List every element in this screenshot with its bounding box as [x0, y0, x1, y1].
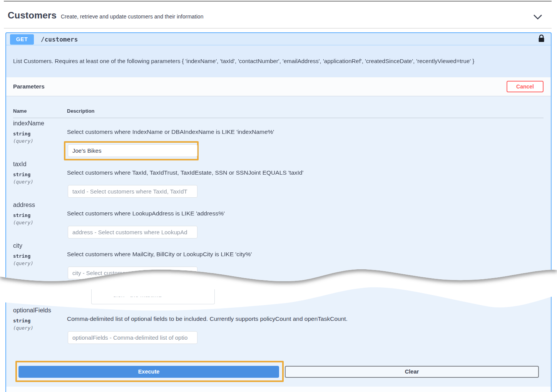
cancel-button[interactable]: Cancel: [507, 81, 544, 92]
http-method-badge: GET: [10, 34, 34, 45]
param-location: (query): [13, 325, 33, 331]
section-title: Customers: [8, 10, 57, 21]
endpoint-path: /customers: [41, 36, 78, 43]
lock-icon[interactable]: [538, 35, 545, 42]
torn-input-fragment[interactable]: sion - the maximu: [91, 289, 215, 304]
param-type: string: [13, 131, 30, 137]
param-name: taxId: [13, 161, 27, 168]
taxId-input[interactable]: [68, 185, 197, 198]
param-description: Select customers where MailCity, BillCit…: [67, 251, 252, 258]
header-divider: [4, 28, 552, 28]
endpoint-description: List Customers. Requires at least one of…: [13, 58, 474, 64]
column-header-name: Name: [13, 108, 27, 114]
param-type: string: [13, 253, 30, 259]
param-type: string: [13, 212, 30, 218]
param-location: (query): [13, 138, 33, 144]
param-description: Comma-delimited list of optional fields …: [67, 315, 348, 322]
optionalFields-input[interactable]: [68, 331, 197, 344]
param-type: string: [13, 318, 30, 324]
param-description: Select customers where LookupAddress is …: [67, 210, 225, 217]
indexName-input[interactable]: [68, 144, 197, 157]
clear-button[interactable]: Clear: [285, 366, 539, 378]
top-divider: [4, 1, 552, 2]
opblock-summary-bar[interactable]: [6, 33, 551, 45]
table-head-divider: [13, 118, 544, 118]
opblock-bottom-strip: [6, 387, 551, 392]
param-description: Select customers where IndexName or DBAI…: [67, 128, 274, 135]
param-description: Select customers where TaxId, TaxIdTrust…: [67, 169, 303, 176]
section-subtitle: Create, retrieve and update customers an…: [61, 13, 203, 20]
parameters-title: Parameters: [13, 83, 45, 90]
chevron-down-icon[interactable]: [533, 13, 543, 21]
parameters-header-bar: [6, 77, 551, 96]
execute-button[interactable]: Execute: [18, 366, 279, 378]
city-input[interactable]: [68, 267, 197, 279]
param-name: address: [13, 202, 35, 209]
param-name: indexName: [13, 120, 44, 127]
param-location: (query): [13, 260, 33, 266]
torn-placeholder-text: sion - the maximu: [113, 292, 162, 299]
param-location: (query): [13, 220, 33, 225]
param-name: city: [13, 242, 22, 249]
column-header-description: Description: [67, 108, 95, 114]
address-input[interactable]: [68, 226, 197, 239]
swagger-page: Customers Create, retrieve and update cu…: [0, 0, 557, 392]
param-location: (query): [13, 179, 33, 185]
param-name: optionalFields: [13, 307, 51, 314]
param-type: string: [13, 172, 30, 177]
